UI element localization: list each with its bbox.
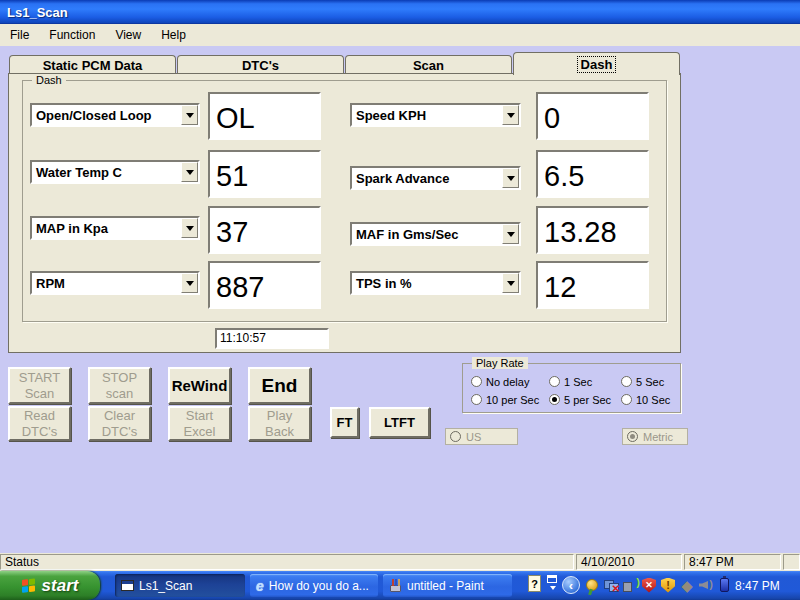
- gauge-value-map: 37: [208, 206, 321, 254]
- param-select-label: Spark Advance: [352, 171, 502, 186]
- param-select-label: Speed KPH: [352, 108, 502, 123]
- chevron-down-icon[interactable]: [181, 218, 198, 238]
- battery-icon[interactable]: [716, 577, 732, 593]
- tab-static-pcm-data[interactable]: Static PCM Data: [9, 55, 176, 74]
- tab-dash[interactable]: Dash: [513, 52, 680, 75]
- menu-view[interactable]: View: [105, 28, 151, 42]
- dash-groupbox-label: Dash: [32, 74, 66, 86]
- taskbar-task-browser[interactable]: e How do you do a...: [250, 574, 378, 597]
- play-back-button[interactable]: Play Back: [248, 406, 311, 441]
- param-select-rpm[interactable]: RPM: [30, 271, 200, 295]
- param-select-label: Water Temp C: [32, 165, 181, 180]
- read-dtcs-button[interactable]: Read DTC's: [8, 406, 71, 441]
- ft-button[interactable]: FT: [330, 407, 359, 438]
- param-select-label: MAP in Kpa: [32, 221, 181, 236]
- chevron-down-icon[interactable]: [181, 273, 198, 293]
- restore-window-icon[interactable]: [547, 575, 557, 583]
- param-select-tps[interactable]: TPS in %: [350, 271, 521, 295]
- gauge-value-maf: 13.28: [536, 206, 649, 254]
- tab-label: Static PCM Data: [43, 58, 143, 73]
- chevron-down-icon[interactable]: [502, 273, 519, 293]
- gauge-value-spark-advance: 6.5: [536, 150, 649, 198]
- tab-dtcs[interactable]: DTC's: [177, 55, 344, 74]
- param-select-map[interactable]: MAP in Kpa: [30, 216, 200, 240]
- app-window-icon: [121, 580, 134, 591]
- radio-metric[interactable]: Metric: [622, 428, 688, 445]
- play-rate-groupbox-label: Play Rate: [472, 357, 528, 369]
- end-button[interactable]: End: [248, 367, 311, 404]
- radio-no-delay[interactable]: No delay: [471, 375, 529, 388]
- menu-function[interactable]: Function: [39, 28, 105, 42]
- radio-5-sec[interactable]: 5 Sec: [621, 375, 664, 388]
- param-select-label: RPM: [32, 276, 181, 291]
- clear-dtcs-button[interactable]: Clear DTC's: [88, 406, 151, 441]
- radio-icon-checked: [549, 394, 560, 405]
- status-bar: Status 4/10/2010 8:47 PM: [0, 553, 800, 571]
- app-window: Ls1_Scan File Function View Help Static …: [0, 0, 800, 600]
- help-icon[interactable]: ?: [528, 575, 541, 592]
- security-alert-shield-icon[interactable]: ✕: [641, 577, 657, 593]
- ltft-button[interactable]: LTFT: [369, 407, 430, 438]
- chevron-down-icon[interactable]: [502, 168, 519, 188]
- play-rate-groupbox: Play Rate No delay 1 Sec 5 Sec 10 per Se…: [462, 363, 681, 413]
- windows-logo-icon: [22, 578, 37, 594]
- chevron-down-icon[interactable]: [502, 105, 519, 125]
- window-title: Ls1_Scan: [7, 5, 68, 20]
- warning-shield-icon[interactable]: !: [660, 577, 676, 593]
- certificate-icon[interactable]: [584, 577, 600, 593]
- radio-icon-checked: [627, 431, 638, 442]
- start-scan-button[interactable]: START Scan: [8, 367, 71, 404]
- rewind-button[interactable]: ReWind: [168, 367, 231, 404]
- gauge-value-water-temp: 51: [208, 150, 321, 198]
- taskbar-task-paint[interactable]: untitled - Paint: [383, 574, 512, 597]
- status-grip-pane: [783, 554, 800, 570]
- tab-label: Scan: [413, 58, 444, 73]
- gauge-value-tps: 12: [536, 261, 649, 309]
- paint-icon: [389, 579, 402, 592]
- radio-10-per-sec[interactable]: 10 per Sec: [471, 393, 539, 406]
- radio-10-sec[interactable]: 10 Sec: [621, 393, 670, 406]
- gauge-value-rpm: 887: [208, 261, 321, 309]
- radio-us[interactable]: US: [445, 428, 518, 445]
- diamond-icon[interactable]: ◆: [679, 577, 695, 593]
- chevron-down-icon[interactable]: [181, 105, 198, 125]
- radio-icon: [549, 376, 560, 387]
- start-button[interactable]: start: [0, 571, 100, 600]
- param-select-label: Open/Closed Loop: [32, 108, 181, 123]
- menu-help[interactable]: Help: [151, 28, 196, 42]
- menu-bar: File Function View Help: [0, 24, 800, 46]
- collapse-chevron-icon[interactable]: ‹: [562, 576, 580, 594]
- status-date-pane: 4/10/2010: [576, 554, 682, 570]
- tab-label: Dash: [577, 56, 617, 73]
- radio-icon: [621, 376, 632, 387]
- tab-scan[interactable]: Scan: [345, 55, 512, 74]
- param-select-maf[interactable]: MAF in Gms/Sec: [350, 222, 521, 246]
- menu-file[interactable]: File: [0, 28, 39, 42]
- radio-icon: [471, 376, 482, 387]
- stop-scan-button[interactable]: STOP scan: [88, 367, 151, 404]
- scan-time-field: 11:10:57: [215, 328, 329, 349]
- title-bar: Ls1_Scan: [0, 0, 800, 24]
- radio-5-per-sec[interactable]: 5 per Sec: [549, 393, 611, 406]
- taskbar-clock[interactable]: 8:47 PM: [735, 571, 780, 600]
- gauge-value-speed-kph: 0: [536, 92, 649, 140]
- volume-icon[interactable]: ): [698, 577, 714, 593]
- start-excel-button[interactable]: Start Excel: [168, 406, 231, 441]
- chevron-down-icon[interactable]: [181, 162, 198, 182]
- param-select-spark-advance[interactable]: Spark Advance: [350, 166, 521, 190]
- param-select-speed-kph[interactable]: Speed KPH: [350, 103, 521, 127]
- taskbar-task-ls1-scan[interactable]: Ls1_Scan: [115, 574, 245, 597]
- wireless-icon[interactable]: ): [622, 577, 638, 593]
- param-select-label: MAF in Gms/Sec: [352, 227, 502, 242]
- radio-icon: [450, 431, 461, 442]
- status-text-pane: Status: [0, 554, 574, 570]
- param-select-water-temp[interactable]: Water Temp C: [30, 160, 200, 184]
- tab-label: DTC's: [242, 58, 279, 73]
- param-select-open-closed-loop[interactable]: Open/Closed Loop: [30, 103, 200, 127]
- network-error-icon[interactable]: ✕: [603, 577, 619, 593]
- radio-1-sec[interactable]: 1 Sec: [549, 375, 592, 388]
- gauge-value-open-closed-loop: OL: [208, 92, 321, 140]
- chevron-down-icon[interactable]: [502, 224, 519, 244]
- internet-explorer-icon: e: [256, 578, 264, 594]
- radio-icon: [471, 394, 482, 405]
